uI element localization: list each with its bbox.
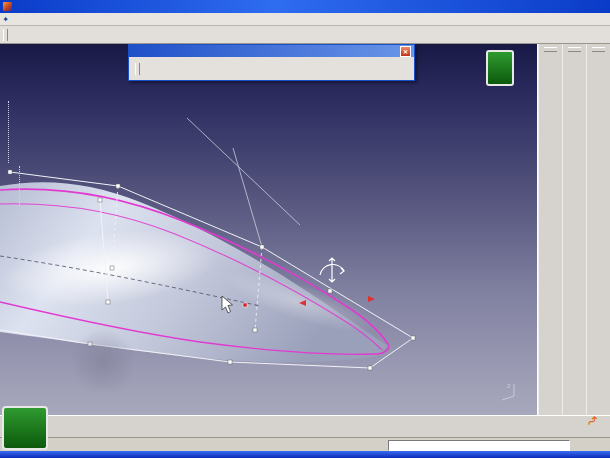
top-toolbar [0, 26, 610, 44]
right-toolbar-column-1 [538, 44, 562, 415]
menu-bar: ✦ [0, 13, 610, 26]
tools-palette-titlebar[interactable]: ✕ [129, 45, 414, 57]
right-toolbar-column-3 [586, 44, 610, 415]
catia-logo-icon: ✦ [0, 15, 11, 24]
icax-logo-side [486, 50, 514, 86]
catia-brand-logo: ↝ [577, 416, 607, 438]
skull-watermark [70, 330, 136, 394]
tools-palette-close-icon[interactable]: ✕ [400, 46, 411, 57]
catia-application-window: { "window": { "title_app": "CATIA V5", "… [0, 0, 610, 458]
catia-swirl-icon: ↝ [582, 412, 601, 430]
status-bar [0, 437, 610, 451]
toolbar-grip[interactable] [3, 29, 8, 41]
view-axis-triad: z [502, 382, 514, 400]
tools-palette-body [129, 57, 414, 80]
window-title [15, 2, 21, 11]
watermark-top-right [494, 13, 610, 14]
3d-viewport[interactable]: z [0, 44, 537, 415]
right-toolbar-panel [537, 44, 610, 415]
axis-z-label: z [507, 382, 511, 389]
toolbar-grip[interactable] [592, 47, 605, 52]
right-toolbar-column-2 [562, 44, 586, 415]
power-input-field[interactable] [388, 440, 570, 451]
bottom-toolbar: ↝ [0, 415, 610, 437]
tree-trunk-line [8, 101, 9, 163]
tree-leader-lines [187, 118, 300, 247]
toolbar-grip[interactable] [544, 47, 557, 52]
toolbar-grip[interactable] [135, 63, 140, 75]
title-bar[interactable] [0, 0, 610, 13]
tree-branch-line [19, 166, 20, 206]
window-bottom-frame [0, 451, 610, 458]
app-icon [3, 2, 12, 11]
toolbar-grip[interactable] [568, 47, 581, 52]
tools-palette-window[interactable]: ✕ [128, 44, 415, 81]
subdivision-surface-body[interactable] [0, 182, 388, 362]
manipulation-tooltip [237, 305, 254, 385]
icax-logo-bottom [2, 406, 48, 450]
manipulation-handle[interactable] [320, 258, 344, 282]
